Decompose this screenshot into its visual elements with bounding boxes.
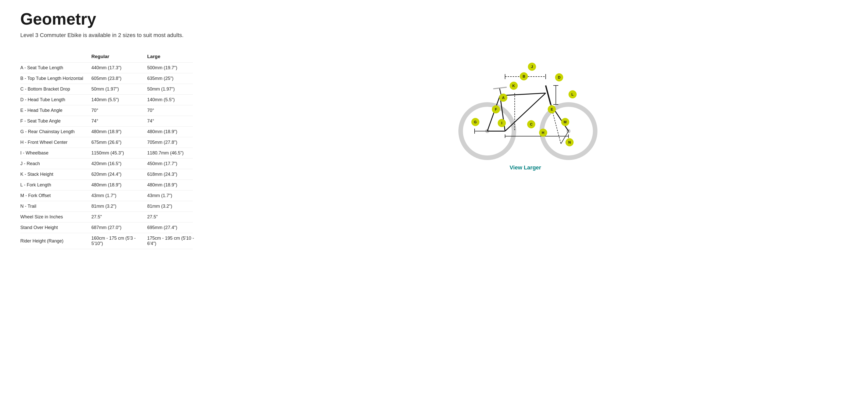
- diagram-label-m: M: [561, 118, 569, 126]
- row-large-value: 450mm (17.7"): [147, 161, 203, 166]
- table-row: F - Seat Tube Angle74°74°: [20, 116, 193, 127]
- row-label: K - Stack Height: [20, 172, 91, 177]
- table-row: E - Head Tube Angle70°70°: [20, 105, 193, 116]
- row-label: I - Wheelbase: [20, 151, 91, 156]
- bike-diagram: JBDKALFEICMGHN: [452, 54, 599, 160]
- row-large-value: 74°: [147, 119, 203, 124]
- row-regular-value: 160cm - 175 cm (5'3 - 5'10"): [91, 236, 147, 246]
- table-row: K - Stack Height620mm (24.4")618mm (24.3…: [20, 169, 193, 180]
- row-regular-value: 687mm (27.0"): [91, 225, 147, 230]
- table-row: Wheel Size in Inches27.5"27.5": [20, 212, 193, 222]
- row-large-value: 70°: [147, 108, 203, 113]
- diagram-label-l: L: [568, 90, 577, 98]
- row-label: D - Head Tube Length: [20, 97, 91, 102]
- row-large-value: 480mm (18.9"): [147, 182, 203, 188]
- row-regular-value: 480mm (18.9"): [91, 129, 147, 134]
- diagram-label-d: D: [555, 73, 563, 82]
- geometry-table-section: Regular Large A - Seat Tube Length440mm …: [20, 54, 193, 249]
- row-regular-value: 620mm (24.4"): [91, 172, 147, 177]
- row-label: F - Seat Tube Angle: [20, 119, 91, 124]
- svg-line-8: [487, 96, 500, 131]
- row-large-value: 480mm (18.9"): [147, 129, 203, 134]
- row-label: G - Rear Chainstay Length: [20, 129, 91, 134]
- table-row: H - Front Wheel Center675mm (26.6")705mm…: [20, 137, 193, 148]
- row-regular-value: 1150mm (45.3"): [91, 151, 147, 156]
- row-label: Rider Height (Range): [20, 238, 91, 244]
- view-larger-link[interactable]: View Larger: [509, 164, 541, 171]
- row-regular-value: 50mm (1.97"): [91, 87, 147, 92]
- bike-diagram-section: JBDKALFEICMGHN View Larger: [203, 54, 848, 171]
- table-row: M - Fork Offset43mm (1.7")43mm (1.7"): [20, 191, 193, 201]
- diagram-label-c: C: [527, 120, 535, 128]
- row-label: B - Top Tube Length Horizontal: [20, 76, 91, 81]
- row-large-value: 695mm (27.4"): [147, 225, 203, 230]
- table-row: G - Rear Chainstay Length480mm (18.9")48…: [20, 127, 193, 137]
- diagram-label-g: G: [471, 118, 479, 126]
- row-label: C - Bottom Bracket Drop: [20, 87, 91, 92]
- diagram-label-f: F: [492, 105, 500, 114]
- row-regular-value: 74°: [91, 119, 147, 124]
- row-large-value: 618mm (24.3"): [147, 172, 203, 177]
- table-row: A - Seat Tube Length440mm (17.3")500mm (…: [20, 62, 193, 73]
- row-regular-value: 440mm (17.3"): [91, 65, 147, 70]
- row-regular-value: 27.5": [91, 214, 147, 220]
- table-row: D - Head Tube Length140mm (5.5")140mm (5…: [20, 95, 193, 105]
- row-label: M - Fork Offset: [20, 193, 91, 198]
- table-row: Rider Height (Range)160cm - 175 cm (5'3 …: [20, 233, 193, 249]
- row-large-value: 705mm (27.8"): [147, 140, 203, 145]
- row-regular-value: 675mm (26.6"): [91, 140, 147, 145]
- col-header-regular: Regular: [91, 54, 147, 59]
- row-large-value: 175cm - 195 cm (5'10 - 6'4"): [147, 236, 203, 246]
- diagram-label-h: H: [539, 129, 547, 137]
- row-label: J - Reach: [20, 161, 91, 166]
- row-large-value: 635mm (25"): [147, 76, 203, 81]
- table-row: Stand Over Height687mm (27.0")695mm (27.…: [20, 222, 193, 233]
- row-large-value: 81mm (3.2"): [147, 204, 203, 209]
- page-title: Geometry: [20, 10, 848, 28]
- table-row: I - Wheelbase1150mm (45.3")1180.7mm (46.…: [20, 148, 193, 159]
- row-regular-value: 81mm (3.2"): [91, 204, 147, 209]
- row-regular-value: 140mm (5.5"): [91, 97, 147, 102]
- bike-svg: [452, 54, 599, 160]
- row-label: L - Fork Length: [20, 182, 91, 188]
- table-row: N - Trail81mm (3.2")81mm (3.2"): [20, 201, 193, 212]
- table-row: B - Top Tube Length Horizontal605mm (23.…: [20, 73, 193, 84]
- row-label: H - Front Wheel Center: [20, 140, 91, 145]
- diagram-label-k: K: [509, 82, 518, 90]
- diagram-label-a: A: [499, 94, 507, 102]
- row-label: Stand Over Height: [20, 225, 91, 230]
- content-area: Regular Large A - Seat Tube Length440mm …: [20, 54, 848, 249]
- row-label: N - Trail: [20, 204, 91, 209]
- row-label: Wheel Size in Inches: [20, 214, 91, 220]
- svg-line-6: [505, 93, 546, 131]
- row-regular-value: 70°: [91, 108, 147, 113]
- row-label: A - Seat Tube Length: [20, 65, 91, 70]
- col-header-label: [20, 54, 91, 59]
- row-regular-value: 420mm (16.5"): [91, 161, 147, 166]
- row-large-value: 43mm (1.7"): [147, 193, 203, 198]
- row-regular-value: 480mm (18.9"): [91, 182, 147, 188]
- table-row: J - Reach420mm (16.5")450mm (17.7"): [20, 159, 193, 169]
- page-subtitle: Level 3 Commuter Ebike is available in 2…: [20, 32, 848, 38]
- diagram-label-e: E: [548, 105, 556, 114]
- row-label: E - Head Tube Angle: [20, 108, 91, 113]
- diagram-label-n: N: [565, 138, 574, 146]
- table-row: C - Bottom Bracket Drop50mm (1.97")50mm …: [20, 84, 193, 95]
- diagram-label-b: B: [520, 72, 528, 80]
- row-large-value: 50mm (1.97"): [147, 87, 203, 92]
- table-row: L - Fork Length480mm (18.9")480mm (18.9"…: [20, 180, 193, 191]
- row-large-value: 140mm (5.5"): [147, 97, 203, 102]
- row-large-value: 500mm (19.7"): [147, 65, 203, 70]
- diagram-label-j: J: [528, 63, 536, 71]
- column-headers: Regular Large: [20, 54, 193, 59]
- row-large-value: 27.5": [147, 214, 203, 220]
- diagram-label-i: I: [498, 119, 506, 127]
- row-regular-value: 43mm (1.7"): [91, 193, 147, 198]
- row-regular-value: 605mm (23.8"): [91, 76, 147, 81]
- geometry-table: A - Seat Tube Length440mm (17.3")500mm (…: [20, 62, 193, 249]
- row-large-value: 1180.7mm (46.5"): [147, 151, 203, 156]
- col-header-large: Large: [147, 54, 203, 59]
